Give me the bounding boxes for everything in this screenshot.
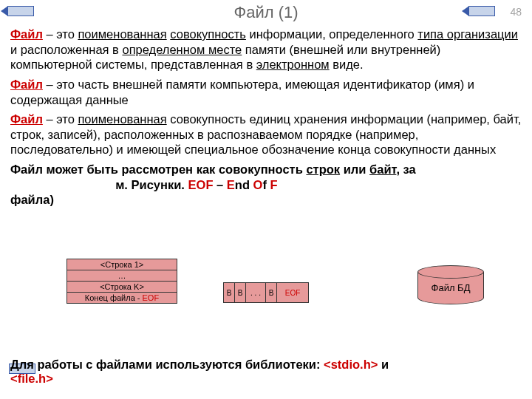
keyword-file: Файл — [10, 27, 43, 41]
byte-cell: B — [234, 282, 246, 303]
nav-back-top[interactable] — [7, 6, 34, 16]
page-title: Файл (1) — [0, 3, 532, 22]
string-row-eof: Конец файла - EOF — [66, 292, 177, 304]
byte-cell: . . . — [245, 282, 266, 303]
content-area: Файл – это поименованная совокупность ин… — [0, 22, 532, 208]
footer-lib2: <file.h> — [10, 372, 53, 385]
string-file-diagram: <Строка 1> … <Строка K> Конец файла - EO… — [66, 259, 177, 303]
definition-2: Файл – это часть внешней памяти компьюте… — [10, 77, 522, 107]
byte-file-diagram: B B . . . B EOF — [223, 282, 308, 303]
string-row-ellipsis: … — [66, 270, 177, 282]
db-file-cylinder: Файл БД — [417, 272, 484, 307]
keyword-file: Файл — [10, 78, 43, 91]
string-row: <Строка K> — [66, 281, 177, 293]
byte-cell: B — [223, 282, 235, 303]
string-row: <Строка 1> — [66, 259, 177, 270]
page-number: 48 — [510, 6, 522, 18]
definition-3: Файл – это поименованная совокупность ед… — [10, 112, 522, 157]
keyword-file: Файл — [10, 112, 43, 126]
byte-cell-eof: EOF — [276, 282, 309, 303]
definition-1: Файл – это поименованная совокупность ин… — [10, 27, 522, 72]
diagram-area: <Строка 1> … <Строка K> Конец файла - EO… — [0, 259, 532, 347]
nav-back-right[interactable] — [468, 6, 495, 16]
definition-4: Файл может быть рассмотрен как совокупно… — [10, 162, 522, 208]
byte-cell: B — [265, 282, 277, 303]
footer-text: Для работы с файлами используются библио… — [10, 358, 389, 371]
footer: Для работы с файлами используются библио… — [10, 358, 522, 386]
